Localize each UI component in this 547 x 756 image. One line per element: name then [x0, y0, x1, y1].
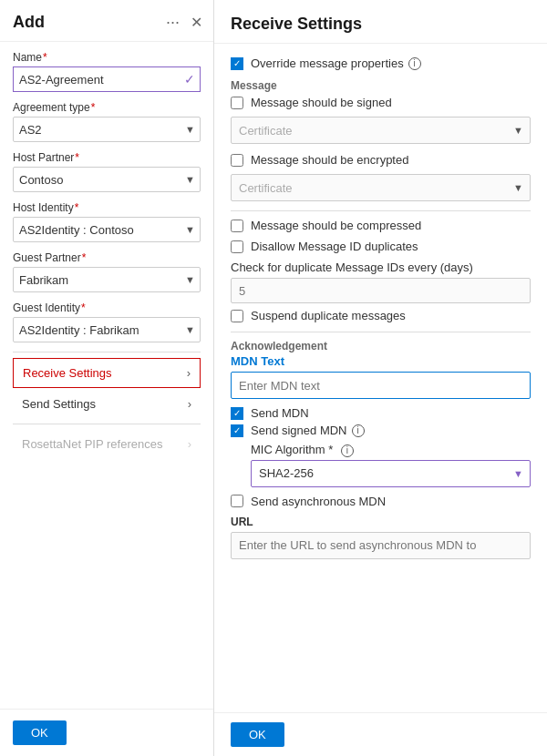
host-partner-group: Host Partner* Contoso ▼ [13, 151, 201, 192]
compressed-label: Message should be compressed [251, 219, 421, 232]
check-icon: ✓ [184, 72, 195, 87]
mic-select-wrapper: SHA2-256 SHA2-384 SHA2-512 MD5 ▼ [251, 460, 531, 487]
right-title: Receive Settings [231, 15, 362, 33]
guest-identity-group: Guest Identity* AS2Identity : Fabrikam ▼ [13, 301, 201, 342]
divider [13, 352, 201, 352]
receive-settings-label: Receive Settings [23, 366, 187, 380]
guest-partner-label: Guest Partner* [13, 251, 201, 264]
suspend-label: Suspend duplicate messages [251, 309, 406, 322]
nav-rosettanet[interactable]: RosettaNet PIP references › [13, 430, 201, 458]
cert-signed-wrapper: Certificate ▼ [231, 117, 531, 144]
override-checkbox[interactable] [231, 57, 243, 70]
disallow-row: Disallow Message ID duplicates [231, 240, 531, 253]
guest-identity-select[interactable]: AS2Identity : Fabrikam [13, 317, 201, 342]
guest-partner-wrapper: Fabrikam ▼ [13, 267, 201, 292]
override-row: Override message properties i [231, 56, 531, 70]
right-content: Override message properties i Message Me… [214, 44, 547, 712]
nav-receive-settings[interactable]: Receive Settings › [13, 358, 201, 388]
host-partner-label: Host Partner* [13, 151, 201, 164]
send-mdn-row: Send MDN [231, 406, 531, 420]
cert-signed-select[interactable]: Certificate [231, 117, 531, 144]
send-signed-mdn-checkbox[interactable] [231, 424, 243, 437]
agreement-type-wrapper: AS2 ▼ [13, 117, 201, 142]
acknowledgement-label: Acknowledgement [231, 340, 531, 352]
group-divider-2 [231, 332, 531, 332]
host-partner-select[interactable]: Contoso [13, 167, 201, 192]
nav-send-settings[interactable]: Send Settings › [13, 390, 201, 418]
mdn-text-input[interactable] [231, 372, 531, 399]
cert-encrypted-select[interactable]: Certificate [231, 174, 531, 201]
host-partner-wrapper: Contoso ▼ [13, 167, 201, 192]
name-label: Name* [13, 51, 201, 64]
cert-signed-group: Certificate ▼ [231, 117, 531, 144]
send-settings-label: Send Settings [22, 397, 188, 411]
right-header: Receive Settings [214, 0, 547, 44]
mic-label: MIC Algorithm * i [251, 443, 531, 457]
override-label: Override message properties [251, 56, 404, 70]
more-options-icon[interactable]: ··· [166, 13, 180, 32]
encrypted-row: Message should be encrypted [231, 153, 531, 167]
days-input[interactable] [231, 278, 531, 303]
close-icon[interactable]: ✕ [191, 14, 202, 31]
name-input[interactable] [13, 66, 201, 92]
cert-encrypted-group: Certificate ▼ [231, 174, 531, 201]
url-input[interactable] [231, 532, 531, 559]
panel-title: Add [13, 13, 166, 32]
host-identity-wrapper: AS2Identity : Contoso ▼ [13, 217, 201, 242]
right-footer: OK [214, 712, 547, 756]
url-label: URL [231, 516, 531, 528]
info-icon[interactable]: i [408, 57, 421, 70]
left-form: Name* ✓ Agreement type* AS2 ▼ Host Partn… [0, 42, 213, 709]
rosettanet-label: RosettaNet PIP references [22, 437, 188, 451]
guest-identity-label: Guest Identity* [13, 301, 201, 314]
mic-select[interactable]: SHA2-256 SHA2-384 SHA2-512 MD5 [251, 460, 531, 487]
cert-encrypted-wrapper: Certificate ▼ [231, 174, 531, 201]
send-mdn-checkbox[interactable] [231, 407, 243, 420]
signed-mdn-info-icon[interactable]: i [352, 424, 365, 437]
mic-info-icon[interactable]: i [341, 444, 354, 457]
left-ok-button[interactable]: OK [13, 720, 67, 745]
send-signed-mdn-row: Send signed MDN i [231, 424, 531, 437]
guest-partner-group: Guest Partner* Fabrikam ▼ [13, 251, 201, 292]
url-group: URL [231, 516, 531, 559]
host-identity-group: Host Identity* AS2Identity : Contoso ▼ [13, 201, 201, 242]
disallow-label: Disallow Message ID duplicates [251, 240, 418, 253]
mdn-text-label: MDN Text [231, 354, 531, 368]
mic-group: MIC Algorithm * i SHA2-256 SHA2-384 SHA2… [231, 443, 531, 487]
encrypted-checkbox[interactable] [231, 154, 243, 167]
duplicate-check-group: Check for duplicate Message IDs every (d… [231, 261, 531, 303]
name-group: Name* ✓ [13, 51, 201, 92]
message-section-label: Message [231, 79, 531, 92]
suspend-row: Suspend duplicate messages [231, 309, 531, 322]
host-identity-label: Host Identity* [13, 201, 201, 214]
send-mdn-label: Send MDN [251, 406, 309, 420]
signed-label: Message should be signed [251, 96, 392, 109]
duplicate-check-label: Check for duplicate Message IDs every (d… [231, 261, 531, 274]
agreement-type-group: Agreement type* AS2 ▼ [13, 101, 201, 142]
async-mdn-checkbox[interactable] [231, 495, 243, 507]
chevron-right-icon: › [188, 437, 191, 451]
divider-2 [13, 424, 201, 424]
left-header: Add ··· ✕ [0, 0, 213, 42]
right-ok-button[interactable]: OK [231, 722, 284, 747]
compressed-checkbox[interactable] [231, 220, 243, 232]
agreement-type-select[interactable]: AS2 [13, 117, 201, 142]
async-mdn-row: Send asynchronous MDN [231, 495, 531, 508]
suspend-checkbox[interactable] [231, 310, 243, 322]
host-identity-select[interactable]: AS2Identity : Contoso [13, 217, 201, 242]
chevron-right-icon: › [188, 397, 191, 411]
async-mdn-label: Send asynchronous MDN [251, 495, 386, 508]
group-divider-1 [231, 210, 531, 211]
signed-checkbox[interactable] [231, 97, 243, 109]
send-signed-mdn-label: Send signed MDN [251, 424, 347, 437]
guest-identity-wrapper: AS2Identity : Fabrikam ▼ [13, 317, 201, 342]
name-input-wrapper: ✓ [13, 66, 201, 92]
right-panel: Receive Settings Override message proper… [214, 0, 547, 756]
guest-partner-select[interactable]: Fabrikam [13, 267, 201, 292]
agreement-type-label: Agreement type* [13, 101, 201, 114]
signed-row: Message should be signed [231, 96, 531, 109]
compressed-row: Message should be compressed [231, 219, 531, 232]
disallow-checkbox[interactable] [231, 240, 243, 253]
left-footer: OK [0, 709, 213, 756]
chevron-right-icon: › [187, 366, 191, 380]
